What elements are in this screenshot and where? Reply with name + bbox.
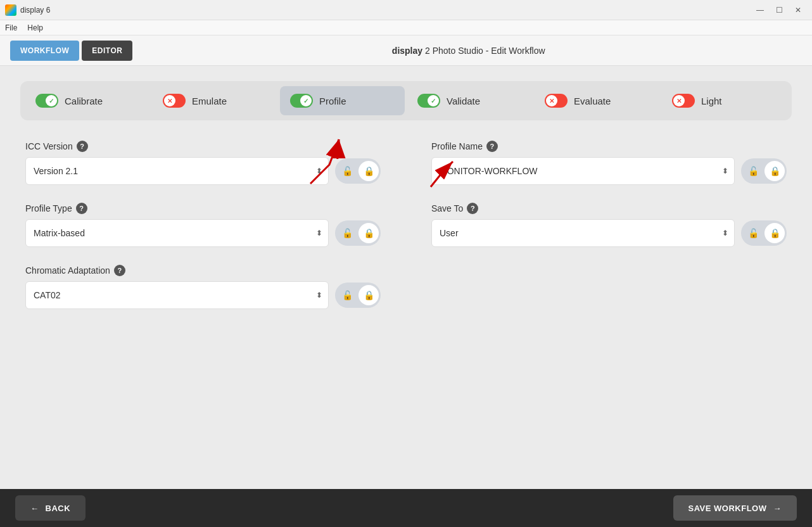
tab-calibrate[interactable]: ✓ Calibrate xyxy=(25,86,150,115)
save-to-label: Save To ? xyxy=(431,203,787,214)
profile-type-help-icon[interactable]: ? xyxy=(76,203,87,214)
calibrate-toggle: ✓ xyxy=(35,94,58,108)
workflow-button[interactable]: WORKFLOW xyxy=(10,41,79,61)
calibrate-label: Calibrate xyxy=(65,96,103,106)
title-bar: display 6 — ☐ ✕ xyxy=(0,0,812,20)
save-to-row: User System ⬍ 🔓 🔒 xyxy=(431,219,787,247)
tab-validate[interactable]: ✓ Validate xyxy=(407,86,532,115)
profile-type-select-wrapper: Matrix-based LUT-based ⬍ xyxy=(25,219,329,247)
light-label: Light xyxy=(701,96,722,106)
chromatic-adaptation-select[interactable]: CAT02 Bradford None xyxy=(25,281,329,309)
profile-type-lock-toggle: 🔓 🔒 xyxy=(335,220,381,246)
profile-label: Profile xyxy=(319,96,346,106)
icc-version-select-wrapper: Version 2.1 Version 4 ⬍ xyxy=(25,157,329,185)
close-button[interactable]: ✕ xyxy=(789,3,807,17)
editor-button[interactable]: EDITOR xyxy=(82,41,132,61)
maximize-button[interactable]: ☐ xyxy=(770,3,788,17)
validate-toggle: ✓ xyxy=(417,94,440,108)
title-bar-title: display 6 xyxy=(20,6,50,15)
icc-version-select[interactable]: Version 2.1 Version 4 xyxy=(25,157,329,185)
back-button[interactable]: BACK xyxy=(15,495,86,521)
save-to-lock-toggle: 🔓 🔒 xyxy=(741,220,787,246)
chromatic-adaptation-unlock-btn[interactable]: 🔓 xyxy=(337,285,357,305)
evaluate-knob: ✕ xyxy=(546,95,557,106)
calibrate-knob: ✓ xyxy=(46,95,57,106)
form-grid: ICC Version ? Version 2.1 Version 4 ⬍ 🔓 … xyxy=(20,141,792,309)
toolbar-center: display 2 Photo Studio - Edit Workflow xyxy=(135,46,802,56)
bottom-bar: BACK SAVE WORKFLOW xyxy=(0,489,812,527)
save-to-select-wrapper: User System ⬍ xyxy=(431,219,735,247)
icc-version-group: ICC Version ? Version 2.1 Version 4 ⬍ 🔓 … xyxy=(25,141,381,185)
chromatic-adaptation-help-icon[interactable]: ? xyxy=(114,265,125,276)
profile-type-label: Profile Type ? xyxy=(25,203,381,214)
validate-knob: ✓ xyxy=(428,95,439,106)
app-icon xyxy=(5,4,16,16)
save-to-select[interactable]: User System xyxy=(431,219,735,247)
save-arrow-icon xyxy=(773,504,782,513)
profile-type-unlock-btn[interactable]: 🔓 xyxy=(337,223,357,243)
tab-profile[interactable]: ✓ Profile xyxy=(280,86,405,115)
tab-light[interactable]: ✕ Light xyxy=(662,86,787,115)
minimize-button[interactable]: — xyxy=(751,3,769,17)
icc-version-lock-toggle: 🔓 🔒 xyxy=(335,158,381,184)
profile-name-lock-btn[interactable]: 🔒 xyxy=(764,161,785,181)
tab-evaluate[interactable]: ✕ Evaluate xyxy=(535,86,659,115)
toolbar: WORKFLOW EDITOR display 2 Photo Studio -… xyxy=(0,35,812,66)
profile-type-group: Profile Type ? Matrix-based LUT-based ⬍ … xyxy=(25,203,381,247)
icc-version-unlock-btn[interactable]: 🔓 xyxy=(337,161,357,181)
icc-version-label: ICC Version ? xyxy=(25,141,381,152)
emulate-toggle: ✕ xyxy=(163,94,186,108)
menu-file[interactable]: File xyxy=(5,23,17,32)
icc-version-row: Version 2.1 Version 4 ⬍ 🔓 🔒 xyxy=(25,157,381,185)
tab-emulate[interactable]: ✕ Emulate xyxy=(153,86,277,115)
save-to-help-icon[interactable]: ? xyxy=(467,203,478,214)
emulate-label: Emulate xyxy=(192,96,227,106)
profile-name-row: MONITOR-WORKFLOW ⬍ 🔓 🔒 xyxy=(431,157,787,185)
profile-knob: ✓ xyxy=(300,95,312,106)
menu-help[interactable]: Help xyxy=(27,23,43,32)
profile-name-group: Profile Name ? MONITOR-WORKFLOW ⬍ 🔓 🔒 xyxy=(431,141,787,185)
profile-name-unlock-btn[interactable]: 🔓 xyxy=(743,161,763,181)
save-workflow-button[interactable]: SAVE WORKFLOW xyxy=(673,495,797,521)
back-arrow-icon xyxy=(30,504,39,513)
profile-type-select[interactable]: Matrix-based LUT-based xyxy=(25,219,329,247)
title-bar-left: display 6 xyxy=(5,4,50,16)
save-to-unlock-btn[interactable]: 🔓 xyxy=(743,223,763,243)
evaluate-toggle: ✕ xyxy=(545,94,568,108)
chromatic-adaptation-group: Chromatic Adaptation ? CAT02 Bradford No… xyxy=(25,265,381,309)
light-knob: ✕ xyxy=(673,95,685,106)
chromatic-adaptation-row: CAT02 Bradford None ⬍ 🔓 🔒 xyxy=(25,281,381,309)
chromatic-adaptation-select-wrapper: CAT02 Bradford None ⬍ xyxy=(25,281,329,309)
title-bar-controls: — ☐ ✕ xyxy=(751,3,807,17)
chromatic-adaptation-lock-btn[interactable]: 🔒 xyxy=(358,285,379,305)
chromatic-adaptation-lock-toggle: 🔓 🔒 xyxy=(335,283,381,308)
validate-label: Validate xyxy=(447,96,480,106)
save-to-group: Save To ? User System ⬍ 🔓 🔒 xyxy=(431,203,787,247)
light-toggle: ✕ xyxy=(672,94,695,108)
evaluate-label: Evaluate xyxy=(574,96,611,106)
profile-toggle: ✓ xyxy=(290,94,313,108)
icc-version-help-icon[interactable]: ? xyxy=(77,141,88,152)
emulate-knob: ✕ xyxy=(164,95,175,106)
save-to-lock-btn[interactable]: 🔒 xyxy=(764,223,785,243)
profile-type-row: Matrix-based LUT-based ⬍ 🔓 🔒 xyxy=(25,219,381,247)
app-title: display 2 Photo Studio - Edit Workflow xyxy=(392,46,545,56)
profile-name-label: Profile Name ? xyxy=(431,141,787,152)
main-content: ✓ Calibrate ✕ Emulate ✓ Profile xyxy=(0,66,812,489)
chromatic-adaptation-label: Chromatic Adaptation ? xyxy=(25,265,381,276)
profile-name-help-icon[interactable]: ? xyxy=(486,141,498,152)
workflow-tabs: ✓ Calibrate ✕ Emulate ✓ Profile xyxy=(20,81,792,120)
menu-bar: File Help xyxy=(0,20,812,35)
profile-name-select[interactable]: MONITOR-WORKFLOW xyxy=(431,157,735,185)
icc-version-lock-btn[interactable]: 🔒 xyxy=(358,161,379,181)
profile-name-lock-toggle: 🔓 🔒 xyxy=(741,158,787,184)
profile-type-lock-btn[interactable]: 🔒 xyxy=(358,223,379,243)
profile-name-select-wrapper: MONITOR-WORKFLOW ⬍ xyxy=(431,157,735,185)
